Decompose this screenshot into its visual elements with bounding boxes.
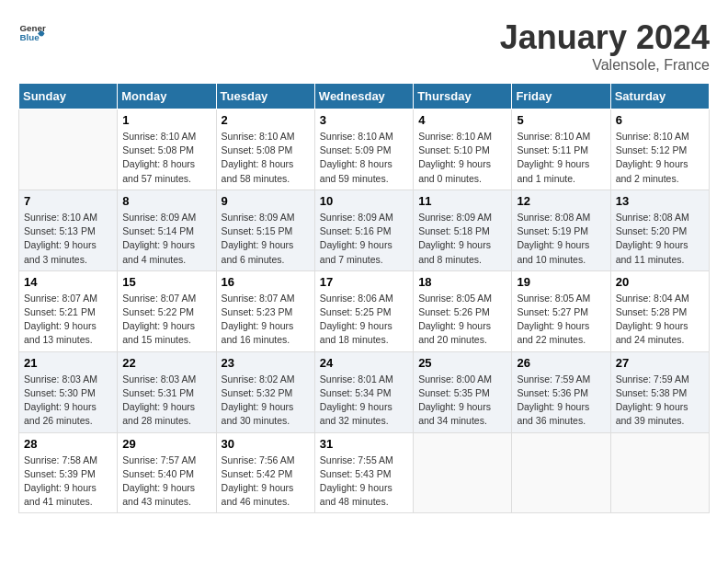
sunrise-text: Sunrise: 8:10 AM <box>24 211 112 224</box>
daylight-text: Daylight: 9 hours and 2 minutes. <box>616 157 704 185</box>
logo-icon: General Blue <box>18 18 46 46</box>
sunset-text: Sunset: 5:39 PM <box>24 467 112 481</box>
sunset-text: Sunset: 5:22 PM <box>122 305 210 319</box>
day-of-week-header: Thursday <box>414 84 512 109</box>
day-number: 7 <box>24 194 112 208</box>
daylight-text: Daylight: 9 hours and 39 minutes. <box>616 400 704 428</box>
sunrise-text: Sunrise: 8:09 AM <box>222 211 310 224</box>
day-number: 14 <box>24 275 112 289</box>
calendar-cell: 30Sunrise: 7:56 AMSunset: 5:42 PMDayligh… <box>216 432 314 513</box>
calendar-cell: 19Sunrise: 8:05 AMSunset: 5:27 PMDayligh… <box>512 270 610 351</box>
sunset-text: Sunset: 5:31 PM <box>122 386 210 400</box>
day-number: 24 <box>320 356 408 370</box>
day-detail: Sunrise: 8:02 AMSunset: 5:32 PMDaylight:… <box>222 373 310 429</box>
sunrise-text: Sunrise: 8:08 AM <box>517 211 605 224</box>
sunset-text: Sunset: 5:27 PM <box>517 305 605 319</box>
day-number: 17 <box>320 275 408 289</box>
day-detail: Sunrise: 8:10 AMSunset: 5:13 PMDaylight:… <box>24 211 112 267</box>
daylight-text: Daylight: 9 hours and 7 minutes. <box>320 238 408 266</box>
day-detail: Sunrise: 8:07 AMSunset: 5:22 PMDaylight:… <box>122 292 210 348</box>
day-detail: Sunrise: 7:56 AMSunset: 5:42 PMDaylight:… <box>222 454 310 510</box>
day-detail: Sunrise: 7:55 AMSunset: 5:43 PMDaylight:… <box>320 454 408 510</box>
day-number: 4 <box>418 113 506 127</box>
calendar-cell: 5Sunrise: 8:10 AMSunset: 5:11 PMDaylight… <box>512 109 610 190</box>
sunset-text: Sunset: 5:08 PM <box>122 144 210 157</box>
day-number: 1 <box>122 113 210 127</box>
calendar-week-row: 14Sunrise: 8:07 AMSunset: 5:21 PMDayligh… <box>19 270 710 351</box>
sunset-text: Sunset: 5:32 PM <box>222 386 310 400</box>
sunset-text: Sunset: 5:43 PM <box>320 467 408 481</box>
day-number: 11 <box>418 194 506 208</box>
calendar-week-row: 1Sunrise: 8:10 AMSunset: 5:08 PMDaylight… <box>19 109 710 190</box>
calendar-cell: 22Sunrise: 8:03 AMSunset: 5:31 PMDayligh… <box>118 351 216 432</box>
day-detail: Sunrise: 8:03 AMSunset: 5:30 PMDaylight:… <box>24 373 112 429</box>
sunrise-text: Sunrise: 8:07 AM <box>122 292 210 305</box>
daylight-text: Daylight: 9 hours and 18 minutes. <box>320 319 408 347</box>
day-detail: Sunrise: 8:06 AMSunset: 5:25 PMDaylight:… <box>320 292 408 348</box>
daylight-text: Daylight: 9 hours and 16 minutes. <box>222 319 310 347</box>
calendar-cell: 11Sunrise: 8:09 AMSunset: 5:18 PMDayligh… <box>414 190 512 270</box>
day-detail: Sunrise: 8:08 AMSunset: 5:19 PMDaylight:… <box>517 211 605 267</box>
sunrise-text: Sunrise: 8:02 AM <box>222 373 310 386</box>
day-of-week-header: Saturday <box>610 84 709 109</box>
sunrise-text: Sunrise: 8:00 AM <box>418 373 506 386</box>
calendar-body: 1Sunrise: 8:10 AMSunset: 5:08 PMDaylight… <box>19 109 710 513</box>
svg-text:Blue: Blue <box>20 32 40 42</box>
calendar-cell: 20Sunrise: 8:04 AMSunset: 5:28 PMDayligh… <box>610 270 709 351</box>
day-detail: Sunrise: 8:08 AMSunset: 5:20 PMDaylight:… <box>616 211 704 267</box>
day-detail: Sunrise: 8:10 AMSunset: 5:11 PMDaylight:… <box>517 130 605 186</box>
day-detail: Sunrise: 8:10 AMSunset: 5:10 PMDaylight:… <box>418 130 506 186</box>
sunrise-text: Sunrise: 8:07 AM <box>222 292 310 305</box>
daylight-text: Daylight: 9 hours and 26 minutes. <box>24 400 112 428</box>
days-of-week-row: SundayMondayTuesdayWednesdayThursdayFrid… <box>19 84 710 109</box>
calendar-cell: 9Sunrise: 8:09 AMSunset: 5:15 PMDaylight… <box>216 190 314 270</box>
day-number: 16 <box>222 275 310 289</box>
sunset-text: Sunset: 5:38 PM <box>616 386 704 400</box>
calendar-week-row: 28Sunrise: 7:58 AMSunset: 5:39 PMDayligh… <box>19 432 710 513</box>
calendar-cell: 27Sunrise: 7:59 AMSunset: 5:38 PMDayligh… <box>610 351 709 432</box>
calendar-cell: 3Sunrise: 8:10 AMSunset: 5:09 PMDaylight… <box>314 109 413 190</box>
calendar-cell: 25Sunrise: 8:00 AMSunset: 5:35 PMDayligh… <box>414 351 512 432</box>
day-detail: Sunrise: 8:09 AMSunset: 5:15 PMDaylight:… <box>222 211 310 267</box>
sunset-text: Sunset: 5:23 PM <box>222 305 310 319</box>
sunrise-text: Sunrise: 8:01 AM <box>320 373 408 386</box>
daylight-text: Daylight: 9 hours and 1 minute. <box>517 157 605 185</box>
day-number: 6 <box>616 113 704 127</box>
sunset-text: Sunset: 5:25 PM <box>320 305 408 319</box>
day-detail: Sunrise: 8:10 AMSunset: 5:08 PMDaylight:… <box>222 130 310 186</box>
day-number: 3 <box>320 113 408 127</box>
daylight-text: Daylight: 9 hours and 20 minutes. <box>418 319 506 347</box>
header: General Blue January 2024 Valensole, Fra… <box>18 18 710 74</box>
sunrise-text: Sunrise: 7:55 AM <box>320 454 408 467</box>
day-number: 22 <box>122 356 210 370</box>
day-detail: Sunrise: 8:07 AMSunset: 5:23 PMDaylight:… <box>222 292 310 348</box>
sunset-text: Sunset: 5:08 PM <box>222 144 310 157</box>
sunset-text: Sunset: 5:09 PM <box>320 144 408 157</box>
calendar-cell: 7Sunrise: 8:10 AMSunset: 5:13 PMDaylight… <box>19 190 118 270</box>
daylight-text: Daylight: 8 hours and 57 minutes. <box>122 157 210 185</box>
day-detail: Sunrise: 7:57 AMSunset: 5:40 PMDaylight:… <box>122 454 210 510</box>
logo: General Blue <box>18 18 46 46</box>
calendar-cell: 26Sunrise: 7:59 AMSunset: 5:36 PMDayligh… <box>512 351 610 432</box>
day-detail: Sunrise: 8:03 AMSunset: 5:31 PMDaylight:… <box>122 373 210 429</box>
calendar-week-row: 21Sunrise: 8:03 AMSunset: 5:30 PMDayligh… <box>19 351 710 432</box>
calendar-cell: 17Sunrise: 8:06 AMSunset: 5:25 PMDayligh… <box>314 270 413 351</box>
calendar-subtitle: Valensole, France <box>500 57 710 74</box>
calendar-week-row: 7Sunrise: 8:10 AMSunset: 5:13 PMDaylight… <box>19 190 710 270</box>
daylight-text: Daylight: 9 hours and 32 minutes. <box>320 400 408 428</box>
daylight-text: Daylight: 9 hours and 30 minutes. <box>222 400 310 428</box>
day-number: 19 <box>517 275 605 289</box>
sunrise-text: Sunrise: 8:03 AM <box>24 373 112 386</box>
daylight-text: Daylight: 9 hours and 48 minutes. <box>320 481 408 509</box>
sunrise-text: Sunrise: 7:59 AM <box>616 373 704 386</box>
day-detail: Sunrise: 8:09 AMSunset: 5:18 PMDaylight:… <box>418 211 506 267</box>
day-detail: Sunrise: 8:10 AMSunset: 5:08 PMDaylight:… <box>122 130 210 186</box>
sunrise-text: Sunrise: 8:09 AM <box>418 211 506 224</box>
calendar-cell: 16Sunrise: 8:07 AMSunset: 5:23 PMDayligh… <box>216 270 314 351</box>
calendar-cell: 15Sunrise: 8:07 AMSunset: 5:22 PMDayligh… <box>118 270 216 351</box>
sunset-text: Sunset: 5:12 PM <box>616 144 704 157</box>
sunrise-text: Sunrise: 8:03 AM <box>122 373 210 386</box>
sunrise-text: Sunrise: 7:56 AM <box>222 454 310 467</box>
day-number: 5 <box>517 113 605 127</box>
sunset-text: Sunset: 5:13 PM <box>24 224 112 238</box>
